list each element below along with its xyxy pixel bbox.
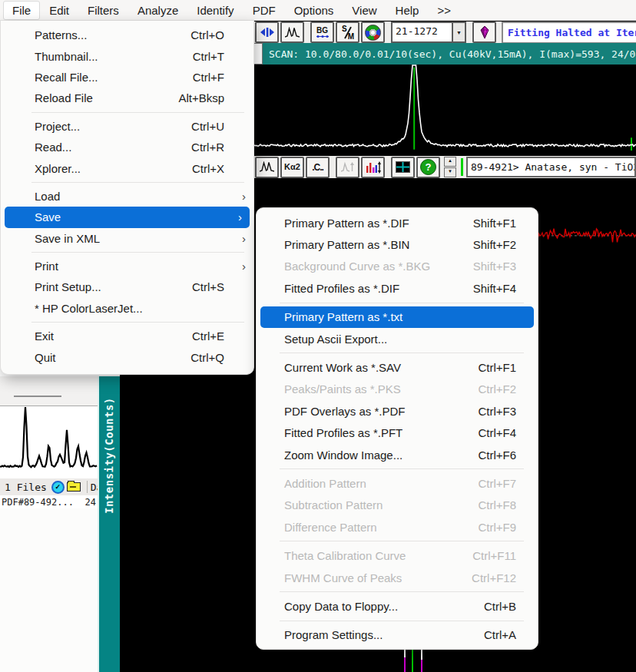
menu-item-thumbnail[interactable]: Thumbnail...Ctrl+T: [1, 45, 253, 66]
menu-item-label: Load: [35, 190, 60, 203]
menu-item-recall-file[interactable]: Recall File...Ctrl+F: [1, 67, 253, 88]
menu-item-shortcut: Ctrl+F11: [472, 549, 527, 562]
menubar-item-edit[interactable]: Edit: [40, 1, 78, 20]
pdf-card-value[interactable]: 21-1272: [393, 23, 452, 41]
pdf-database-button[interactable]: [361, 22, 385, 43]
menu-item-hp-colorlaserjet[interactable]: * HP ColorLaserJet...: [1, 298, 253, 319]
menu-item-copy-data-to-floppy[interactable]: Copy Data to Floppy...Ctrl+B: [257, 595, 538, 617]
menu-separator: [280, 468, 524, 469]
menu-item-theta-calibration-curve: Theta Calibration CurveCtrl+F11: [257, 545, 538, 566]
menubar-item-identify[interactable]: Identify: [187, 1, 243, 20]
toolbar-top: BG S M 21-1272 ▼: [253, 22, 636, 43]
menu-item-program-settings[interactable]: Program Settings...Ctrl+A: [257, 624, 538, 646]
menu-item-label: Print: [35, 260, 58, 273]
menubar-item-pdf[interactable]: PDF: [243, 1, 285, 20]
menu-item-label: Recall File...: [35, 71, 98, 84]
menu-item-label: Fitted Profiles as *.DIF: [284, 282, 399, 295]
splitter-grip[interactable]: [14, 396, 61, 397]
menubar-item-view[interactable]: View: [343, 1, 386, 20]
menubar-item-file[interactable]: File: [3, 1, 40, 20]
menu-item-primary-pattern-as-txt[interactable]: Primary Pattern as *.txt: [260, 306, 534, 328]
sticks-scale-button[interactable]: [361, 157, 385, 178]
window-layout-button[interactable]: [391, 157, 415, 178]
menu-item-zoom-window-image[interactable]: Zoom Window Image...Ctrl+F6: [257, 444, 538, 465]
menu-item-save[interactable]: Save›: [5, 207, 250, 227]
menubar-item-help[interactable]: Help: [386, 1, 429, 20]
menubar-item-[interactable]: >>: [428, 1, 460, 20]
spin-up-icon: ▲: [448, 158, 452, 163]
scan-bar-handle[interactable]: [253, 43, 263, 65]
menu-item-reload-file[interactable]: Reload FileAlt+Bksp: [1, 88, 253, 108]
menu-item-primary-pattern-as-bin[interactable]: Primary Pattern as *.BINShift+F2: [257, 233, 538, 255]
menu-item-fitted-profiles-as-dif[interactable]: Fitted Profiles as *.DIFShift+F4: [257, 277, 538, 299]
menu-item-current-work-as-sav[interactable]: Current Work as *.SAVCtrl+F1: [257, 356, 538, 378]
pdf-list-row[interactable]: PDF#89-492... 24: [0, 495, 98, 508]
menu-item-exit[interactable]: ExitCtrl+E: [1, 326, 253, 346]
check-icon[interactable]: ✓: [51, 481, 65, 494]
menu-item-label: Fitted Profiles as *.PFT: [284, 426, 402, 439]
menu-item-project[interactable]: Project...Ctrl+U: [1, 116, 253, 137]
menu-item-shortcut: Ctrl+F1: [478, 361, 527, 374]
profile-fit-button[interactable]: [280, 22, 304, 43]
menu-item-pdf-overlays-as-pdf[interactable]: PDF Overlays as *.PDFCtrl+F3: [257, 400, 538, 422]
spin-up-button[interactable]: ▲: [444, 157, 456, 167]
menu-item-quit[interactable]: QuitCtrl+Q: [1, 346, 253, 367]
menu-item-label: Current Work as *.SAV: [284, 361, 401, 374]
menu-item-label: * HP ColorLaserJet...: [35, 302, 143, 315]
menu-item-label: FWHM Curve of Peaks: [284, 571, 402, 584]
sm-icon: S M: [341, 26, 354, 39]
menu-item-shortcut: Ctrl+Q: [190, 351, 235, 364]
submenu-arrow-icon: ›: [235, 190, 246, 203]
pdf-card-combo[interactable]: 21-1272 ▼: [391, 22, 466, 43]
main-pattern-plot[interactable]: [253, 65, 636, 156]
smooth-button[interactable]: S M: [336, 22, 359, 43]
menu-item-print[interactable]: Print›: [1, 256, 253, 276]
peak-id-button[interactable]: [255, 157, 279, 178]
menu-item-label: Reload File: [35, 91, 93, 104]
menu-item-load[interactable]: Load›: [1, 186, 253, 207]
files-count-text: 1 Files: [0, 482, 47, 493]
crystallite-button[interactable]: .C..: [306, 157, 330, 178]
menu-item-xplorer[interactable]: Xplorer...Ctrl+X: [1, 157, 253, 178]
menu-item-read[interactable]: Read...Ctrl+R: [1, 137, 253, 157]
menu-item-save-in-xml[interactable]: Save in XML›: [1, 228, 253, 249]
menu-item-label: Theta Calibration Curve: [284, 549, 406, 562]
x-scale-button[interactable]: [255, 22, 279, 43]
menu-item-label: Setup Ascii Export...: [284, 333, 387, 346]
gem-overlay-button[interactable]: [472, 22, 496, 43]
spin-down-icon: ▼: [448, 169, 452, 174]
menu-item-label: Save: [35, 210, 61, 223]
background-curve-icon: [316, 35, 330, 38]
left-panel-bottom: [0, 508, 98, 672]
menu-item-print-setup[interactable]: Print Setup...Ctrl+S: [1, 276, 253, 297]
submenu-arrow-icon: ›: [231, 210, 242, 223]
menu-item-setup-ascii-export[interactable]: Setup Ascii Export...: [257, 328, 538, 349]
menu-separator: [280, 591, 524, 592]
phase-text: 89-4921> Anatase, syn - TiO2: [468, 161, 636, 173]
menu-item-shortcut: Ctrl+F7: [478, 477, 527, 490]
status-right-text: Da: [91, 482, 98, 493]
thumbnail-plot[interactable]: [0, 406, 98, 477]
menu-item-patterns[interactable]: Patterns...Ctrl+O: [1, 25, 253, 45]
menu-item-fitted-profiles-as-pft[interactable]: Fitted Profiles as *.PFTCtrl+F4: [257, 422, 538, 444]
menu-item-label: Addition Pattern: [284, 477, 366, 490]
background-button[interactable]: BG: [310, 22, 334, 43]
menu-separator: [280, 541, 524, 541]
menu-item-label: Program Settings...: [284, 628, 383, 641]
menubar-item-analyze[interactable]: Analyze: [128, 1, 187, 20]
combo-dropdown-button[interactable]: ▼: [452, 23, 465, 41]
kalpha2-strip-button[interactable]: Kα2: [280, 157, 304, 178]
menu-item-primary-pattern-as-dif[interactable]: Primary Pattern as *.DIFShift+F1: [257, 212, 538, 233]
c-icon: .C..: [312, 163, 323, 172]
menubar-item-filters[interactable]: Filters: [78, 1, 128, 20]
help-icon: ?: [420, 159, 436, 175]
phase-listbox[interactable]: 89-4921> Anatase, syn - TiO2: [466, 157, 636, 177]
menubar-item-options[interactable]: Options: [285, 1, 343, 20]
help-button[interactable]: ?: [416, 157, 440, 178]
menu-item-label: Peaks/Paints as *.PKS: [284, 382, 401, 396]
folder-icon[interactable]: [67, 482, 81, 492]
horizontal-resize-icon: [260, 27, 274, 38]
menubar: FileEditFiltersAnalyzeIdentifyPDFOptions…: [0, 0, 636, 21]
spin-down-button[interactable]: ▼: [444, 167, 456, 177]
menu-item-shortcut: Ctrl+X: [192, 162, 235, 175]
